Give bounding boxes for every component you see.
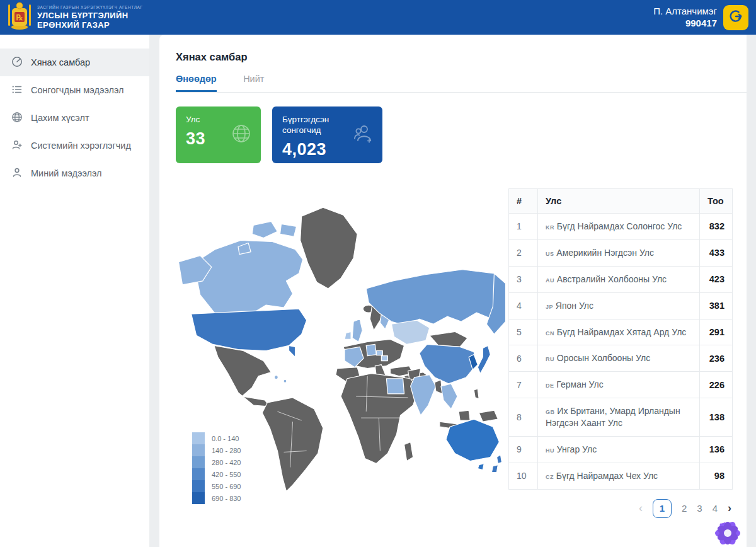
- count-cell: 423: [700, 266, 733, 292]
- country-name: Япон Улс: [556, 301, 593, 311]
- legend-swatch: [192, 492, 205, 504]
- user-name: П. Алтанчимэг: [653, 6, 717, 18]
- rank-cell: 5: [509, 319, 538, 345]
- legend-label: 420 - 550: [212, 471, 241, 478]
- pagination-prev-icon[interactable]: ‹: [639, 502, 643, 515]
- count-cell: 226: [700, 372, 733, 398]
- country-code: DE: [546, 383, 554, 389]
- sidebar-item-my-info[interactable]: Миний мэдээлэл: [0, 159, 149, 187]
- dashboard-icon: [11, 56, 23, 69]
- rank-cell: 6: [509, 345, 538, 372]
- globe-icon: [11, 112, 23, 125]
- count-cell: 136: [700, 437, 733, 463]
- column-header-rank: #: [509, 189, 538, 214]
- column-header-count: Тоо: [700, 189, 733, 214]
- tab-total[interactable]: Нийт: [243, 74, 264, 92]
- chat-widget-button[interactable]: e: [694, 500, 747, 547]
- rank-cell: 8: [509, 398, 538, 437]
- country-table: # Улс Тоо 1 KRБүгд Найрамдах Солонгос Ул…: [508, 188, 733, 490]
- agency-name: ЗАСГИЙН ГАЗРЫН ХЭРЭГЖҮҮЛЭГЧ АГЕНТЛАГ УЛС…: [37, 5, 143, 30]
- pagination-page-1[interactable]: 1: [653, 499, 672, 518]
- table-row[interactable]: 6 RUОросын Холбооны Улс 236: [509, 345, 733, 372]
- country-cell: GBИх Британи, Умард Ирландын Нэгдсэн Хаа…: [538, 398, 700, 437]
- country-cell: DEГерман Улс: [538, 372, 700, 398]
- legend-swatch: [192, 456, 205, 468]
- count-cell: 381: [700, 292, 733, 319]
- rank-cell: 3: [509, 266, 538, 292]
- country-code: CZ: [546, 474, 554, 480]
- country-name: Америкийн Нэгдсэн Улс: [556, 248, 654, 258]
- sidebar-item-label: Хянах самбар: [31, 57, 90, 67]
- country-code: KR: [546, 224, 554, 231]
- users-icon: [11, 139, 23, 153]
- country-code: JP: [546, 304, 553, 310]
- app-header: ℞ ЗАСГИЙН ГАЗРЫН ХЭРЭГЖҮҮЛЭГЧ АГЕНТЛАГ У…: [0, 0, 756, 35]
- table-row[interactable]: 4 JPЯпон Улс 381: [509, 292, 733, 319]
- count-cell: 433: [700, 239, 733, 266]
- pagination-page-2[interactable]: 2: [682, 503, 687, 514]
- country-cell: RUОросын Холбооны Улс: [538, 345, 700, 372]
- country-cell: CNБүгд Найрамдах Хятад Ард Улс: [538, 319, 700, 345]
- user-info: П. Алтанчимэг 990417: [653, 6, 717, 30]
- country-code: GB: [546, 409, 554, 415]
- country-table-panel: # Улс Тоо 1 KRБүгд Найрамдах Солонгос Ул…: [508, 188, 733, 518]
- table-row[interactable]: 2 USАмерикийн Нэгдсэн Улс 433: [509, 239, 733, 266]
- country-cell: USАмерикийн Нэгдсэн Улс: [538, 239, 700, 266]
- country-name: Их Британи, Умард Ирландын Нэгдсэн Хаант…: [546, 406, 680, 428]
- country-code: HU: [546, 447, 554, 454]
- table-row[interactable]: 5 CNБүгд Найрамдах Хятад Ард Улс 291: [509, 319, 733, 345]
- legend-label: 0.0 - 140: [212, 435, 239, 442]
- globe-icon: [230, 122, 253, 147]
- country-cell: HUУнгар Улс: [538, 437, 700, 463]
- sidebar-item-label: Миний мэдээлэл: [31, 168, 102, 178]
- country-cell: AUАвстралийн Холбооны Улс: [538, 266, 700, 292]
- agency-emblem-icon: ℞: [8, 2, 32, 33]
- world-choropleth-map[interactable]: 0.0 - 140 140 - 280 280 - 420 420 - 550 …: [176, 188, 508, 513]
- stat-label: Бүртгэгдсэн сонгогчид: [282, 115, 348, 136]
- legend-swatch: [192, 480, 205, 492]
- users-plus-icon: [350, 122, 374, 148]
- svg-text:℞: ℞: [16, 13, 23, 22]
- sidebar-item-erequest[interactable]: Цахим хүсэлт: [0, 104, 149, 132]
- rank-cell: 9: [509, 437, 538, 463]
- logout-button[interactable]: [723, 5, 748, 30]
- table-row[interactable]: 10 CZБүгд Найрамдах Чех Улс 98: [509, 463, 733, 489]
- agency-name-line2: ЕРӨНХИЙ ГАЗАР: [37, 20, 143, 30]
- sidebar-item-label: Цахим хүсэлт: [31, 113, 89, 123]
- sidebar-item-voters[interactable]: Сонгогчдын мэдээлэл: [0, 76, 149, 104]
- rank-cell: 10: [509, 463, 538, 489]
- legend-swatch: [192, 444, 205, 456]
- table-row[interactable]: 7 DEГерман Улс 226: [509, 372, 733, 398]
- legend-swatch: [192, 468, 205, 480]
- rank-cell: 7: [509, 372, 538, 398]
- table-row[interactable]: 9 HUУнгар Улс 136: [509, 437, 733, 463]
- sidebar-item-dashboard[interactable]: Хянах самбар: [0, 49, 149, 76]
- legend-swatch: [192, 432, 205, 444]
- main-content: Хянах самбар Өнөөдөр Нийт Улс 33 Бүртгэг…: [159, 35, 747, 547]
- country-code: RU: [546, 356, 554, 362]
- agency-small-text: ЗАСГИЙН ГАЗРЫН ХЭРЭГЖҮҮЛЭГЧ АГЕНТЛАГ: [37, 5, 143, 9]
- tab-today[interactable]: Өнөөдөр: [176, 74, 217, 92]
- count-cell: 291: [700, 319, 733, 345]
- country-cell: KRБүгд Найрамдах Солонгос Улс: [538, 214, 700, 240]
- user-id: 990417: [653, 18, 717, 30]
- logout-icon: [729, 9, 743, 25]
- country-code: AU: [546, 277, 554, 284]
- table-row[interactable]: 1 KRБүгд Найрамдах Солонгос Улс 832: [509, 214, 733, 240]
- table-row[interactable]: 8 GBИх Британи, Умард Ирландын Нэгдсэн Х…: [509, 398, 733, 437]
- legend-label: 550 - 690: [212, 483, 241, 490]
- page-title: Хянах самбар: [176, 51, 747, 63]
- rank-cell: 4: [509, 292, 538, 319]
- list-icon: [11, 84, 23, 97]
- agency-name-line1: УЛСЫН БҮРТГЭЛИЙН: [37, 11, 143, 20]
- country-name: Бүгд Найрамдах Солонгос Улс: [557, 221, 682, 231]
- sidebar-item-system-users[interactable]: Системийн хэрэглэгчид: [0, 132, 149, 159]
- country-name: Бүгд Найрамдах Хятад Ард Улс: [557, 327, 687, 337]
- country-cell: CZБүгд Найрамдах Чех Улс: [538, 463, 700, 489]
- country-name: Оросын Холбооны Улс: [557, 353, 650, 363]
- map-legend: 0.0 - 140 140 - 280 280 - 420 420 - 550 …: [192, 432, 241, 504]
- country-code: US: [546, 251, 554, 257]
- user-icon: [11, 167, 23, 180]
- table-row[interactable]: 3 AUАвстралийн Холбооны Улс 423: [509, 266, 733, 292]
- country-name: Бүгд Найрамдах Чех Улс: [556, 471, 658, 481]
